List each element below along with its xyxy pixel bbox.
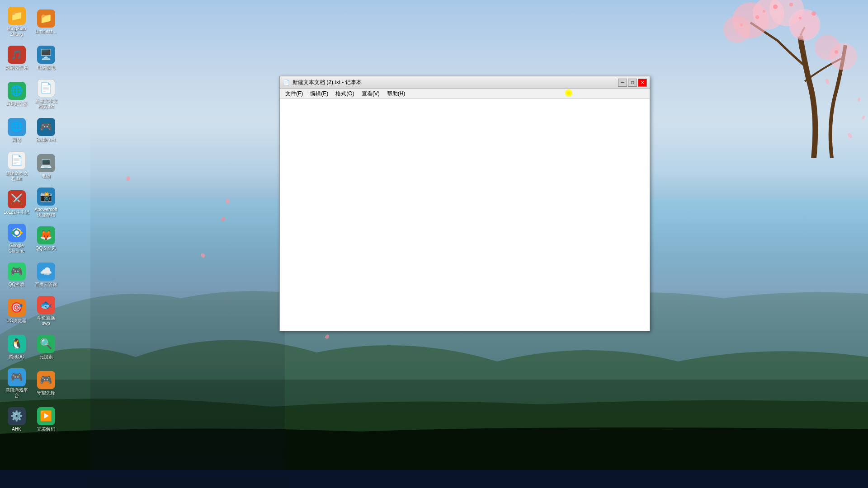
icon-jiemi[interactable]: ▶️ 完美解码 bbox=[31, 401, 61, 437]
icon-ahk[interactable]: ⚙️ AHK bbox=[2, 401, 31, 437]
icon-yuanjian[interactable]: 🔍 元搜索 bbox=[31, 329, 61, 365]
icon-xinjian-txt[interactable]: 📄 新建文本文档(2).txt bbox=[31, 76, 61, 112]
icon-ucgamer[interactable]: 🎯 UC浏览器 bbox=[2, 293, 31, 329]
menu-file[interactable]: 文件(F) bbox=[282, 89, 307, 99]
notepad-icon: 📄 bbox=[283, 79, 290, 86]
menu-help[interactable]: 帮助(H) bbox=[383, 89, 409, 99]
icon-dianluo[interactable]: 💻 电脑 bbox=[31, 148, 61, 184]
icon-xinjian-txt2[interactable]: 📄 新建文本文档.txt bbox=[2, 148, 31, 184]
notepad-title: 新建文本文档 (2).txt - 记事本 bbox=[292, 79, 615, 86]
icon-baiduyun[interactable]: ☁️ 百度云管家 bbox=[31, 257, 61, 293]
menu-format[interactable]: 格式(O) bbox=[332, 89, 358, 99]
icon-wangluo[interactable]: 🌐 网络 bbox=[2, 112, 31, 148]
icon-wangyiyun[interactable]: 🎵 网易云音乐 bbox=[2, 40, 31, 76]
icon-170browser[interactable]: 🌐 170浏览器 bbox=[2, 76, 31, 112]
maximize-button[interactable]: □ bbox=[628, 79, 637, 87]
taskbar bbox=[0, 470, 868, 488]
icon-dianludi[interactable]: 🖥️ 电脑低电 bbox=[31, 40, 61, 76]
icon-tengxungame[interactable]: 🎮 腾讯游戏平台 bbox=[2, 365, 31, 401]
notepad-titlebar[interactable]: 📄 新建文本文档 (2).txt - 记事本 ─ □ ✕ bbox=[280, 76, 650, 89]
menu-edit[interactable]: 编辑(E) bbox=[307, 89, 332, 99]
svg-point-24 bbox=[14, 230, 19, 235]
notepad-menubar: 文件(F) 编辑(E) 格式(O) 查看(V) 帮助(H) bbox=[280, 89, 650, 99]
icon-tengxunqq[interactable]: 🐧 腾讯QQ bbox=[2, 329, 31, 365]
icon-lol[interactable]: ⚔️ LoL战斗手记 bbox=[2, 184, 31, 221]
icon-limitless[interactable]: 📁 Limitless... bbox=[31, 4, 61, 40]
icon-qqgame[interactable]: 🎮 QQ游戏 bbox=[2, 257, 31, 293]
menu-view[interactable]: 查看(V) bbox=[358, 89, 383, 99]
notepad-textarea[interactable] bbox=[280, 99, 650, 331]
desktop-icon-area: 📁 MingXiao Zhang 📁 Limitless... 🎵 网易云音乐 … bbox=[0, 0, 90, 407]
minimize-button[interactable]: ─ bbox=[618, 79, 627, 87]
icon-doulive[interactable]: 🐟 斗鱼直播uwp bbox=[31, 293, 61, 329]
icon-mingxiao-zhang[interactable]: 📁 MingXiao Zhang bbox=[2, 4, 31, 40]
icon-shouchian[interactable]: 🎮 守望先锋 bbox=[31, 365, 61, 401]
icon-google-chrome[interactable]: Google Chrome bbox=[2, 221, 31, 257]
icon-battlenet[interactable]: 🎮 Battle.net bbox=[31, 112, 61, 148]
icon-apowersoft[interactable]: 📸 Apowersoft 快捷存档 bbox=[31, 184, 61, 221]
icon-qqfeng[interactable]: 🦊 QQ安全风 bbox=[31, 221, 61, 257]
notepad-window: 📄 新建文本文档 (2).txt - 记事本 ─ □ ✕ 文件(F) 编辑(E)… bbox=[279, 76, 650, 331]
titlebar-controls: ─ □ ✕ bbox=[618, 79, 647, 87]
close-button[interactable]: ✕ bbox=[638, 79, 647, 87]
